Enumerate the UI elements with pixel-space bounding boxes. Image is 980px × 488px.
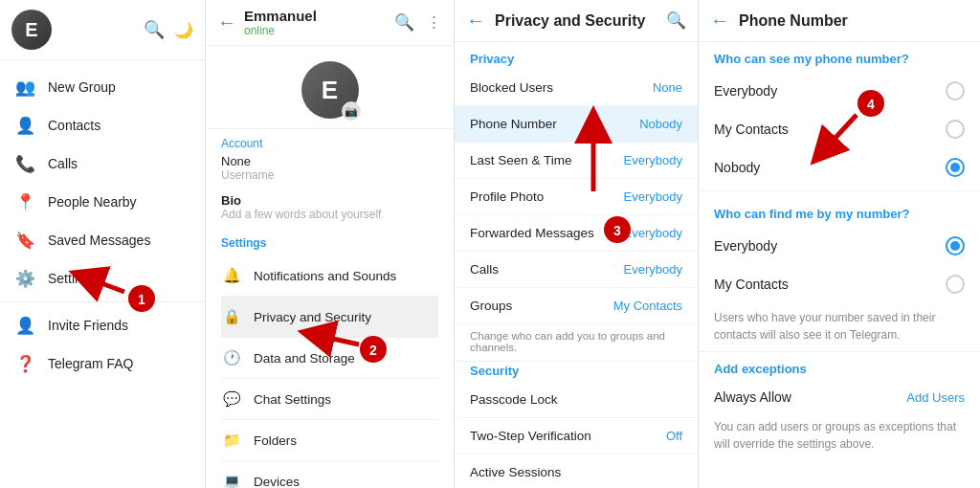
privacy-back-icon[interactable]: ← <box>466 10 485 32</box>
blocked-users-label: Blocked Users <box>470 80 553 95</box>
sidebar-item-settings[interactable]: ⚙️ Settings <box>0 259 205 298</box>
sidebar-panel: E 🔍 🌙 👥 New Group 👤 Contacts 📞 Calls 📍 P… <box>0 0 206 488</box>
camera-button[interactable]: 📷 <box>342 101 361 121</box>
profile-photo-value: Everybody <box>624 189 682 204</box>
more-icon[interactable]: ⋮ <box>426 12 442 33</box>
chat-settings-label: Chat Settings <box>254 392 331 407</box>
phone-my-contacts-label: My Contacts <box>714 122 789 137</box>
phone-nobody-label: Nobody <box>714 160 760 175</box>
privacy-calls[interactable]: Calls Everybody <box>455 252 698 288</box>
two-step-value: Off <box>666 429 682 443</box>
who-see-label: Who can see my phone number? <box>699 42 980 72</box>
chat-panel: ← Emmanuel online 🔍 ⋮ E 📷 Account None U… <box>206 0 455 488</box>
calls-value: Everybody <box>624 262 682 277</box>
privacy-search-icon[interactable]: 🔍 <box>666 11 686 31</box>
sidebar-search-icon[interactable]: 🔍 <box>144 19 165 40</box>
phone-number-label: Phone Number <box>470 117 557 131</box>
phone-everybody-label: Everybody <box>714 83 777 99</box>
sidebar-item-label: Telegram FAQ <box>48 356 133 371</box>
chat-header-icons: 🔍 ⋮ <box>394 12 442 33</box>
phone-option-nobody[interactable]: Nobody <box>699 148 980 187</box>
phone-back-icon[interactable]: ← <box>710 10 729 32</box>
always-allow-label: Always Allow <box>714 389 791 405</box>
privacy-two-step[interactable]: Two-Step Verification Off <box>455 418 698 455</box>
sidebar-item-calls[interactable]: 📞 Calls <box>0 144 205 183</box>
privacy-label: Privacy and Security <box>254 310 371 324</box>
sidebar-item-contacts[interactable]: 👤 Contacts <box>0 106 205 144</box>
calls-label: Calls <box>470 262 499 277</box>
sidebar-item-saved-messages[interactable]: 🔖 Saved Messages <box>0 221 205 259</box>
find-option-my-contacts[interactable]: My Contacts <box>699 265 980 303</box>
privacy-phone-number[interactable]: Phone Number Nobody <box>455 106 698 143</box>
sidebar-item-people-nearby[interactable]: 📍 People Nearby <box>0 183 205 221</box>
chat-status: online <box>244 24 387 37</box>
phone-title: Phone Number <box>739 12 848 30</box>
privacy-icon: 🔒 <box>221 306 242 327</box>
devices-icon: 💻 <box>221 471 242 488</box>
settings-privacy[interactable]: 🔒 Privacy and Security <box>221 297 438 338</box>
profile-photo-label: Profile Photo <box>470 189 544 204</box>
settings-data-storage[interactable]: 🕐 Data and Storage <box>221 338 438 379</box>
avatar[interactable]: E <box>11 10 52 50</box>
notifications-label: Notifications and Sounds <box>254 269 396 283</box>
sidebar-item-label: Invite Friends <box>48 318 128 333</box>
search-icon[interactable]: 🔍 <box>394 12 414 33</box>
sidebar-item-invite-friends[interactable]: 👤 Invite Friends <box>0 306 205 344</box>
privacy-profile-photo[interactable]: Profile Photo Everybody <box>455 179 698 215</box>
privacy-active-sessions[interactable]: Active Sessions <box>455 455 698 488</box>
forwarded-messages-label: Forwarded Messages <box>470 226 594 240</box>
phone-divider-1 <box>699 190 980 191</box>
phone-option-everybody[interactable]: Everybody <box>699 72 980 110</box>
privacy-header: ← Privacy and Security 🔍 <box>455 0 698 42</box>
settings-section-label: Settings <box>221 236 438 250</box>
privacy-groups[interactable]: Groups My Contacts <box>455 288 698 324</box>
privacy-blocked-users[interactable]: Blocked Users None <box>455 70 698 106</box>
blocked-users-value: None <box>653 80 682 95</box>
active-sessions-label: Active Sessions <box>470 465 561 479</box>
sidebar-item-label: People Nearby <box>48 194 137 210</box>
exceptions-hint: You can add users or groups as exception… <box>699 412 980 460</box>
find-radio-everybody[interactable] <box>946 236 965 255</box>
chat-back-icon[interactable]: ← <box>217 11 236 33</box>
settings-chat[interactable]: 💬 Chat Settings <box>221 379 438 420</box>
account-none: None <box>221 154 438 168</box>
account-section: Account None Username <box>206 129 454 189</box>
sidebar-item-telegram-faq[interactable]: ❓ Telegram FAQ <box>0 344 205 383</box>
privacy-last-seen[interactable]: Last Seen & Time Everybody <box>455 143 698 179</box>
settings-notifications[interactable]: 🔔 Notifications and Sounds <box>221 255 438 297</box>
phone-radio-everybody[interactable] <box>946 81 965 100</box>
security-section-label: Security <box>455 362 698 382</box>
who-find-section: Who can find me by my number? Everybody … <box>699 197 980 352</box>
phone-radio-nobody[interactable] <box>946 158 965 177</box>
chat-header: ← Emmanuel online 🔍 ⋮ <box>206 0 454 46</box>
find-option-everybody[interactable]: Everybody <box>699 227 980 265</box>
settings-section: Settings 🔔 Notifications and Sounds 🔒 Pr… <box>206 229 454 488</box>
add-users-button[interactable]: Add Users <box>906 390 965 405</box>
sidebar-header: E 🔍 🌙 <box>0 0 205 60</box>
moon-icon[interactable]: 🌙 <box>174 21 193 39</box>
phone-number-value: Nobody <box>639 117 682 131</box>
settings-folders[interactable]: 📁 Folders <box>221 420 438 461</box>
contacts-icon: 👤 <box>15 116 34 135</box>
sidebar-item-new-group[interactable]: 👥 New Group <box>0 68 205 106</box>
account-username-label: Username <box>221 168 438 182</box>
add-exceptions-label: Add exceptions <box>699 352 980 382</box>
privacy-passcode-lock[interactable]: Passcode Lock <box>455 382 698 418</box>
groups-label: Groups <box>470 299 512 313</box>
sidebar-nav: 👥 New Group 👤 Contacts 📞 Calls 📍 People … <box>0 60 205 488</box>
phone-radio-my-contacts[interactable] <box>946 120 965 139</box>
phone-option-my-contacts[interactable]: My Contacts <box>699 110 980 148</box>
find-everybody-label: Everybody <box>714 238 777 254</box>
find-radio-my-contacts[interactable] <box>946 275 965 294</box>
data-storage-icon: 🕐 <box>221 347 242 368</box>
always-allow-row: Always Allow Add Users <box>699 382 980 412</box>
groups-value: My Contacts <box>613 299 682 313</box>
privacy-forwarded-messages[interactable]: Forwarded Messages Everybody <box>455 215 698 252</box>
sidebar-item-label: Calls <box>48 156 78 171</box>
folders-label: Folders <box>254 433 297 448</box>
settings-devices[interactable]: 💻 Devices <box>221 461 438 488</box>
people-nearby-icon: 📍 <box>15 192 34 211</box>
invite-friends-icon: 👤 <box>15 316 34 335</box>
who-find-label: Who can find me by my number? <box>699 197 980 227</box>
bio-label: Bio <box>221 193 438 208</box>
